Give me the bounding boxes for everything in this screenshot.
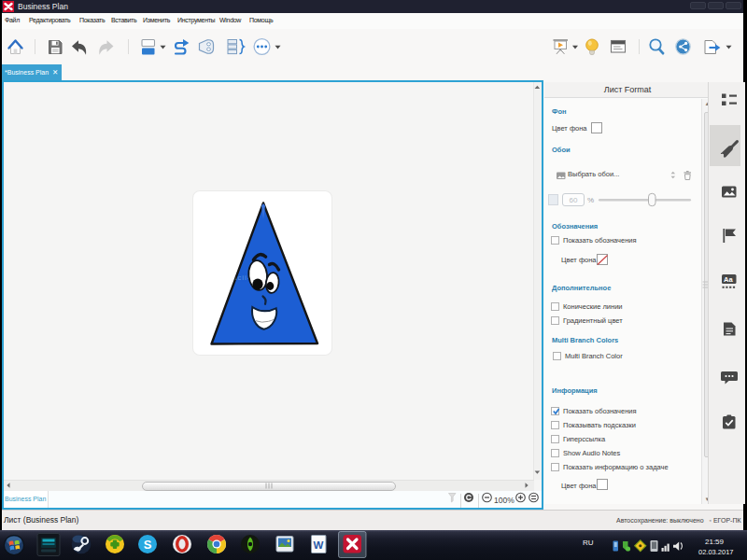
svg-text:W: W [314, 539, 324, 551]
svg-text:S: S [144, 538, 152, 552]
svg-text:Aa: Aa [724, 275, 733, 284]
